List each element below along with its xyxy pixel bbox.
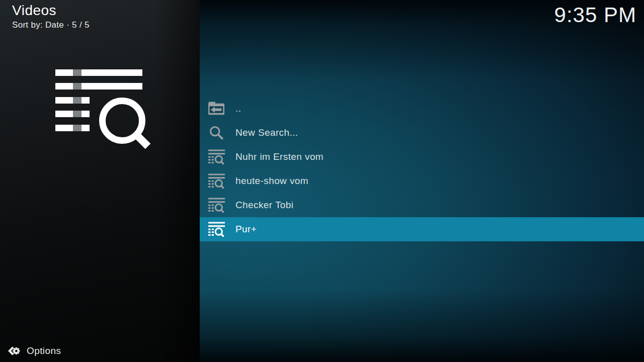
list-item-label: Checker Tobi [235, 200, 293, 211]
header: Videos Sort by: Date · 5 / 5 [12, 3, 90, 30]
clock: 9:35 PM [554, 3, 636, 27]
search-history-watermark-icon [55, 69, 151, 151]
sidebar-panel [0, 0, 200, 362]
sort-and-count-label: Sort by: Date · 5 / 5 [12, 20, 90, 30]
list-item-label: heute-show vom [235, 175, 308, 187]
list-item-pur-plus[interactable]: Pur+ [200, 217, 644, 241]
list-item-label: Pur+ [235, 224, 257, 235]
search-icon [208, 125, 225, 141]
folder-back-icon [208, 101, 225, 117]
options-button[interactable]: Options [8, 345, 61, 357]
list-item-checker-tobi[interactable]: Checker Tobi [200, 193, 644, 217]
list-item-new-search[interactable]: New Search... [200, 121, 644, 145]
options-label: Options [27, 345, 61, 356]
page-title: Videos [12, 3, 90, 19]
search-history-icon [208, 197, 225, 214]
list-item-label: New Search... [235, 127, 298, 138]
list-item-parent-directory[interactable]: .. [200, 97, 644, 121]
list-item-nuhr-im-ersten[interactable]: Nuhr im Ersten vom [200, 145, 644, 169]
search-history-icon [208, 173, 225, 190]
search-list: .. New Search... Nuhr im Ersten vom heut… [200, 97, 644, 241]
list-item-heute-show[interactable]: heute-show vom [200, 169, 644, 193]
search-history-icon [208, 149, 225, 165]
options-gear-icon [8, 345, 21, 357]
search-history-icon [208, 221, 225, 238]
list-item-label: Nuhr im Ersten vom [235, 151, 324, 162]
list-item-label: .. [235, 103, 241, 114]
